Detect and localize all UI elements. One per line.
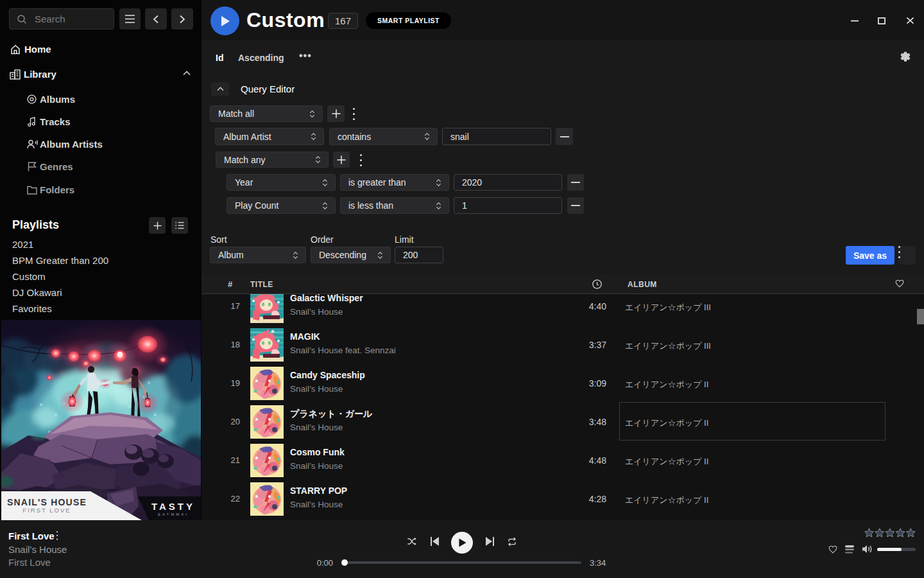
svg-text:FIRST LOVE: FIRST LOVE bbox=[22, 507, 71, 514]
svg-text:TASTY: TASTY bbox=[151, 501, 195, 512]
svg-text:SNAIL'S HOUSE: SNAIL'S HOUSE bbox=[7, 497, 87, 507]
svg-text:EATMMXI: EATMMXI bbox=[158, 512, 189, 516]
